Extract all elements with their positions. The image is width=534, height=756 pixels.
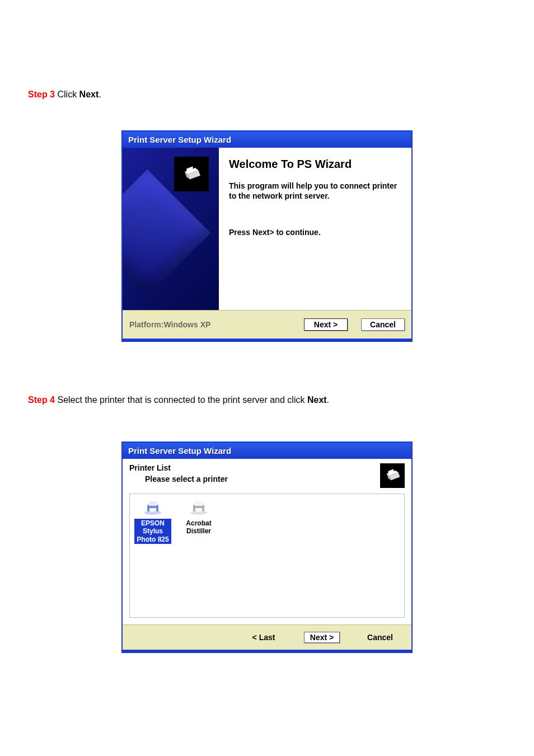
printer-item-label: EPSON Stylus Photo 825: [134, 519, 171, 544]
wizard1-buttons: Next > Cancel: [304, 318, 405, 331]
last-button[interactable]: < Last: [246, 632, 282, 643]
wizard1-sidebar-graphic: [123, 148, 219, 310]
step4-bold: Next: [307, 395, 327, 405]
wizard1-footer: Platform:Windows XP Next > Cancel: [123, 310, 411, 339]
cancel-button[interactable]: Cancel: [361, 318, 405, 331]
printer-item-acrobat[interactable]: Acrobat Distiller: [180, 499, 217, 536]
svg-rect-15: [195, 508, 202, 511]
wizard2-header: Printer List Please select a printer: [123, 459, 411, 494]
printer-icon-badge: [380, 463, 405, 488]
wizard2-titlebar[interactable]: Print Server Setup Wizard: [123, 443, 411, 459]
next-button[interactable]: Next >: [304, 318, 348, 331]
wizard-printer-list-window: Print Server Setup Wizard Printer List P…: [121, 442, 413, 653]
svg-rect-10: [149, 501, 157, 506]
step3-text: Click: [55, 90, 79, 99]
wizard1-content: Welcome To PS Wizard This program will h…: [219, 148, 411, 310]
printer-icon-badge: [174, 157, 209, 191]
svg-rect-14: [195, 501, 203, 506]
step3-instruction: Step 3 Click Next.: [28, 90, 506, 100]
step4-instruction: Step 4 Select the printer that is connec…: [28, 395, 506, 405]
wizard1-heading: Welcome To PS Wizard: [229, 158, 401, 171]
printer-item-epson[interactable]: EPSON Stylus Photo 825: [134, 499, 171, 544]
platform-label: Platform:Windows XP: [129, 320, 210, 329]
step4-label: Step 4: [28, 395, 55, 405]
step3-suffix: .: [99, 90, 101, 99]
printer-device-icon: [142, 499, 164, 516]
printer-device-icon: [188, 499, 210, 516]
wizard1-description: This program will help you to connect pr…: [229, 181, 401, 201]
wizard1-titlebar[interactable]: Print Server Setup Wizard: [123, 132, 411, 148]
printer-icon: [383, 466, 402, 485]
next-button[interactable]: Next >: [304, 632, 340, 643]
wizard1-press-next: Press Next> to continue.: [229, 228, 401, 237]
printer-item-label: Acrobat Distiller: [180, 519, 217, 536]
step3-label: Step 3: [28, 90, 55, 99]
step4-text: Select the printer that is connected to …: [55, 395, 307, 405]
step3-bold: Next: [79, 90, 99, 99]
cancel-button[interactable]: Cancel: [362, 632, 398, 643]
step4-suffix: .: [327, 395, 329, 405]
printer-list-subheading: Please select a printer: [129, 475, 228, 483]
printer-list-heading: Printer List: [129, 463, 228, 472]
wizard1-body: Welcome To PS Wizard This program will h…: [123, 148, 411, 310]
printer-icon: [180, 163, 203, 185]
wizard2-footer: < Last Next > Cancel: [123, 624, 411, 650]
svg-rect-11: [149, 508, 156, 511]
wizard2-header-text: Printer List Please select a printer: [129, 463, 228, 483]
printer-list-box[interactable]: EPSON Stylus Photo 825 Acrobat Distiller: [129, 494, 405, 618]
wizard-welcome-window: Print Server Setup Wizard Welcome To PS …: [121, 130, 413, 342]
